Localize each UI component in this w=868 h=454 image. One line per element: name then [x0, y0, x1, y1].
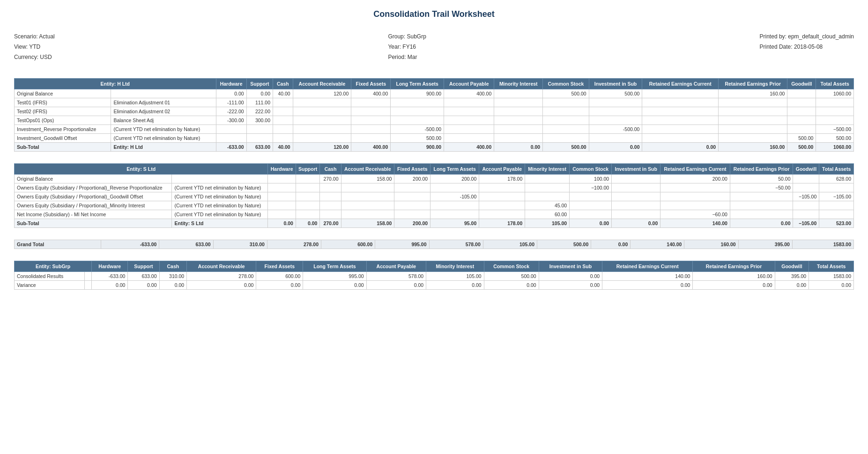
row-val-11: 160.00 — [693, 272, 775, 281]
row-label: Original Balance — [15, 89, 111, 98]
row-val-0: -111.00 — [216, 98, 246, 107]
table-subgrp: Entity: SubGrp Hardware Support Cash Acc… — [14, 261, 854, 290]
row-val-7: 105.00 — [426, 272, 484, 281]
table-row: Variance0.000.000.000.000.000.000.000.00… — [15, 281, 854, 290]
subtotal-val-6: 178.00 — [479, 219, 525, 228]
row-val-12: 395.00 — [775, 272, 809, 281]
row-val-7: 60.00 — [525, 210, 570, 219]
col-lta-h: Long Term Assets — [391, 79, 444, 89]
subtotal-val-1: 633.00 — [246, 143, 273, 152]
row-val-11 — [719, 134, 787, 143]
subtotal-val-13: 523.00 — [819, 219, 854, 228]
row-val-4 — [394, 183, 430, 192]
row-val-5: 900.00 — [391, 89, 444, 98]
col-is-s: Investment in Sub — [612, 164, 660, 175]
row-val-12 — [787, 89, 816, 98]
entity-h-ltd-header: Entity: H Ltd — [15, 79, 216, 89]
row-val-12 — [793, 183, 819, 192]
row-val-3: 0.00 — [187, 281, 256, 290]
row-val-1: 0.00 — [246, 89, 273, 98]
row-val-4 — [351, 125, 391, 134]
row-label2 — [85, 281, 92, 290]
gt-cash: 310.00 — [213, 240, 267, 249]
row-val-2 — [320, 201, 341, 210]
subtotal-val-8: 0.00 — [570, 219, 612, 228]
row-val-2 — [273, 116, 293, 125]
row-label2: (Current YTD net elimination by Nature) — [172, 210, 268, 219]
row-val-12 — [787, 107, 816, 116]
row-val-1 — [296, 175, 320, 183]
table-row: Investment_Reverse Proportionalize(Curre… — [15, 125, 854, 134]
row-val-5: 200.00 — [430, 175, 479, 183]
row-val-13 — [816, 98, 854, 107]
row-val-3: 278.00 — [187, 272, 256, 281]
subtotal-val-11: 160.00 — [719, 143, 787, 152]
table-row: Owners Equity (Subsidiary / Proportional… — [15, 183, 854, 192]
row-val-13: 1583.00 — [809, 272, 854, 281]
col-cash-h: Cash — [273, 79, 293, 89]
row-val-13: 1060.00 — [816, 89, 854, 98]
row-val-0 — [216, 125, 246, 134]
row-val-11 — [719, 107, 787, 116]
row-val-12 — [787, 116, 816, 125]
subtotal-val-0: 0.00 — [268, 219, 296, 228]
subtotal-val-7: 105.00 — [525, 219, 570, 228]
grand-total-row: Grand Total -633.00 633.00 310.00 278.00… — [15, 240, 854, 249]
gt-rec: 140.00 — [631, 240, 684, 249]
col-cash-sg: Cash — [159, 261, 187, 272]
gt-rep: 160.00 — [684, 240, 738, 249]
row-val-8 — [570, 192, 612, 201]
col-ta-s: Total Assets — [819, 164, 854, 175]
row-val-6 — [444, 107, 494, 116]
subtotal-val-4: 400.00 — [351, 143, 391, 152]
row-val-8: 500.00 — [484, 272, 539, 281]
row-val-9 — [589, 116, 642, 125]
subtotal-val-2: 40.00 — [273, 143, 293, 152]
row-val-5 — [430, 210, 479, 219]
row-val-10: 0.00 — [602, 281, 693, 290]
row-val-9 — [612, 201, 660, 210]
row-val-9 — [589, 134, 642, 143]
subtotal-val-5: 900.00 — [391, 143, 444, 152]
col-lta-sg: Long Term Assets — [303, 261, 366, 272]
gt-ap: 578.00 — [429, 240, 483, 249]
row-val-9: 0.00 — [539, 272, 602, 281]
row-val-7: 0.00 — [426, 281, 484, 290]
gt-support: 633.00 — [159, 240, 213, 249]
subtotal-val-9: 0.00 — [589, 143, 642, 152]
row-val-12 — [787, 125, 816, 134]
row-val-3 — [341, 192, 394, 201]
row-val-13: 628.00 — [819, 175, 854, 183]
col-cs-sg: Common Stock — [484, 261, 539, 272]
table-row: Test02 (IFRS)Elimination Adjustment 02-2… — [15, 107, 854, 116]
subtotal-label: Sub-Total — [15, 219, 172, 228]
gt-cs: 500.00 — [537, 240, 591, 249]
row-val-9 — [612, 175, 660, 183]
col-mi-s: Minority Interest — [525, 164, 570, 175]
row-val-7 — [525, 192, 570, 201]
row-val-6 — [444, 125, 494, 134]
row-val-0 — [268, 175, 296, 183]
row-val-13: 0.00 — [809, 281, 854, 290]
row-val-1: 300.00 — [246, 116, 273, 125]
table-grand-total: Grand Total -633.00 633.00 310.00 278.00… — [14, 240, 854, 249]
col-mi-h: Minority Interest — [494, 79, 543, 89]
row-val-13 — [816, 116, 854, 125]
row-val-7 — [494, 89, 543, 98]
row-label2: (Current YTD net elimination by Nature) — [111, 134, 216, 143]
row-val-10 — [660, 192, 730, 201]
table-row: Original Balance0.000.0040.00120.00400.0… — [15, 89, 854, 98]
col-ta-h: Total Assets — [816, 79, 854, 89]
row-label2: Balance Sheet Adj — [111, 116, 216, 125]
subtotal-row: Sub-TotalEntity: H Ltd-633.00633.0040.00… — [15, 143, 854, 152]
row-label2 — [172, 175, 268, 183]
row-val-8: 0.00 — [484, 281, 539, 290]
col-ar-sg: Account Receivable — [187, 261, 256, 272]
row-val-5: 500.00 — [391, 134, 444, 143]
row-val-1 — [296, 192, 320, 201]
row-val-3: 120.00 — [293, 89, 351, 98]
row-val-2 — [273, 98, 293, 107]
row-val-0: -222.00 — [216, 107, 246, 116]
col-rec-s: Retained Earnings Current — [660, 164, 730, 175]
col-support-h: Support — [246, 79, 273, 89]
